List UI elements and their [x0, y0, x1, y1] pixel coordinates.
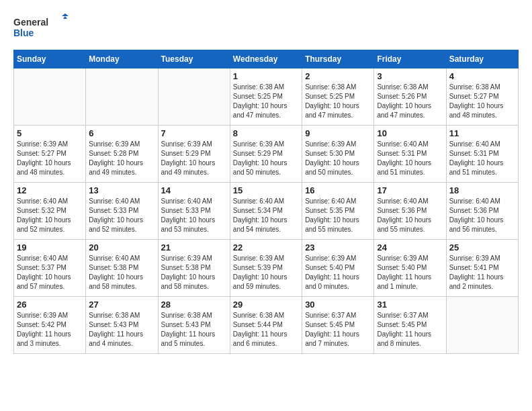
day-number: 8 — [233, 128, 299, 138]
day-number: 31 — [377, 300, 443, 310]
calendar-cell: 5Sunrise: 6:39 AM Sunset: 5:27 PM Daylig… — [14, 126, 86, 183]
week-row-3: 12Sunrise: 6:40 AM Sunset: 5:32 PM Dayli… — [14, 183, 519, 240]
day-info: Sunrise: 6:40 AM Sunset: 5:38 PM Dayligh… — [89, 254, 154, 291]
day-info: Sunrise: 6:39 AM Sunset: 5:40 PM Dayligh… — [377, 254, 443, 291]
day-info: Sunrise: 6:40 AM Sunset: 5:36 PM Dayligh… — [449, 197, 515, 234]
calendar-cell: 8Sunrise: 6:39 AM Sunset: 5:29 PM Daylig… — [230, 126, 302, 183]
calendar-cell: 1Sunrise: 6:38 AM Sunset: 5:25 PM Daylig… — [230, 68, 302, 126]
calendar-cell: 24Sunrise: 6:39 AM Sunset: 5:40 PM Dayli… — [374, 240, 446, 297]
calendar-cell: 28Sunrise: 6:38 AM Sunset: 5:43 PM Dayli… — [158, 297, 230, 354]
calendar-cell: 18Sunrise: 6:40 AM Sunset: 5:36 PM Dayli… — [446, 183, 518, 240]
day-info: Sunrise: 6:37 AM Sunset: 5:45 PM Dayligh… — [377, 311, 443, 349]
weekday-header-saturday: Saturday — [446, 50, 518, 68]
generalblue-logo: General Blue — [13, 13, 74, 40]
day-number: 9 — [305, 128, 371, 138]
calendar-cell: 17Sunrise: 6:40 AM Sunset: 5:36 PM Dayli… — [374, 183, 446, 240]
day-info: Sunrise: 6:38 AM Sunset: 5:43 PM Dayligh… — [89, 311, 154, 349]
calendar-cell: 13Sunrise: 6:40 AM Sunset: 5:33 PM Dayli… — [86, 183, 158, 240]
day-number: 18 — [449, 185, 515, 195]
calendar-cell — [86, 68, 158, 126]
day-number: 25 — [449, 242, 515, 253]
day-info: Sunrise: 6:40 AM Sunset: 5:31 PM Dayligh… — [377, 140, 443, 177]
weekday-header-thursday: Thursday — [302, 50, 374, 68]
svg-text:Blue: Blue — [13, 28, 34, 38]
calendar-cell: 7Sunrise: 6:39 AM Sunset: 5:29 PM Daylig… — [158, 126, 230, 183]
day-number: 19 — [17, 242, 83, 253]
calendar-cell: 29Sunrise: 6:38 AM Sunset: 5:44 PM Dayli… — [230, 297, 302, 354]
day-number: 22 — [233, 242, 299, 253]
day-number: 4 — [449, 71, 515, 81]
calendar-cell: 23Sunrise: 6:39 AM Sunset: 5:40 PM Dayli… — [302, 240, 374, 297]
calendar-cell: 21Sunrise: 6:39 AM Sunset: 5:38 PM Dayli… — [158, 240, 230, 297]
calendar-cell: 9Sunrise: 6:39 AM Sunset: 5:30 PM Daylig… — [302, 126, 374, 183]
day-number: 17 — [377, 185, 443, 195]
day-number: 5 — [17, 128, 83, 138]
logo-text-block: General Blue — [13, 13, 74, 43]
weekday-header-monday: Monday — [86, 50, 158, 68]
day-info: Sunrise: 6:39 AM Sunset: 5:27 PM Dayligh… — [17, 140, 83, 177]
week-row-4: 19Sunrise: 6:40 AM Sunset: 5:37 PM Dayli… — [14, 240, 519, 297]
day-info: Sunrise: 6:40 AM Sunset: 5:31 PM Dayligh… — [449, 140, 515, 177]
calendar-cell: 20Sunrise: 6:40 AM Sunset: 5:38 PM Dayli… — [86, 240, 158, 297]
day-info: Sunrise: 6:39 AM Sunset: 5:29 PM Dayligh… — [161, 140, 227, 177]
day-number: 10 — [377, 128, 443, 138]
day-info: Sunrise: 6:38 AM Sunset: 5:44 PM Dayligh… — [233, 311, 299, 349]
calendar-cell: 4Sunrise: 6:38 AM Sunset: 5:27 PM Daylig… — [446, 68, 518, 126]
calendar-cell: 2Sunrise: 6:38 AM Sunset: 5:25 PM Daylig… — [302, 68, 374, 126]
day-number: 1 — [233, 71, 299, 81]
calendar-cell: 16Sunrise: 6:40 AM Sunset: 5:35 PM Dayli… — [302, 183, 374, 240]
day-number: 21 — [161, 242, 227, 253]
day-number: 27 — [89, 300, 154, 310]
calendar-cell — [14, 68, 86, 126]
calendar-table: SundayMondayTuesdayWednesdayThursdayFrid… — [13, 50, 519, 354]
day-number: 6 — [89, 128, 154, 138]
calendar-cell: 31Sunrise: 6:37 AM Sunset: 5:45 PM Dayli… — [374, 297, 446, 354]
day-number: 20 — [89, 242, 154, 253]
day-info: Sunrise: 6:39 AM Sunset: 5:29 PM Dayligh… — [233, 140, 299, 177]
calendar-cell: 6Sunrise: 6:39 AM Sunset: 5:28 PM Daylig… — [86, 126, 158, 183]
week-row-1: 1Sunrise: 6:38 AM Sunset: 5:25 PM Daylig… — [14, 68, 519, 126]
day-info: Sunrise: 6:40 AM Sunset: 5:37 PM Dayligh… — [17, 254, 83, 291]
logo: General Blue — [13, 13, 74, 43]
calendar-cell: 11Sunrise: 6:40 AM Sunset: 5:31 PM Dayli… — [446, 126, 518, 183]
day-info: Sunrise: 6:40 AM Sunset: 5:34 PM Dayligh… — [233, 197, 299, 234]
week-row-5: 26Sunrise: 6:39 AM Sunset: 5:42 PM Dayli… — [14, 297, 519, 354]
calendar-cell: 19Sunrise: 6:40 AM Sunset: 5:37 PM Dayli… — [14, 240, 86, 297]
day-number: 29 — [233, 300, 299, 310]
calendar-cell: 26Sunrise: 6:39 AM Sunset: 5:42 PM Dayli… — [14, 297, 86, 354]
day-info: Sunrise: 6:39 AM Sunset: 5:30 PM Dayligh… — [305, 140, 371, 177]
day-info: Sunrise: 6:40 AM Sunset: 5:33 PM Dayligh… — [161, 197, 227, 234]
calendar-cell — [446, 297, 518, 354]
day-number: 13 — [89, 185, 154, 195]
weekday-header-tuesday: Tuesday — [158, 50, 230, 68]
calendar-cell — [158, 68, 230, 126]
weekday-header-sunday: Sunday — [14, 50, 86, 68]
day-info: Sunrise: 6:40 AM Sunset: 5:35 PM Dayligh… — [305, 197, 371, 234]
weekday-header-friday: Friday — [374, 50, 446, 68]
calendar-cell: 30Sunrise: 6:37 AM Sunset: 5:45 PM Dayli… — [302, 297, 374, 354]
day-number: 11 — [449, 128, 515, 138]
day-info: Sunrise: 6:38 AM Sunset: 5:25 PM Dayligh… — [305, 83, 371, 120]
day-number: 16 — [305, 185, 371, 195]
calendar-cell: 27Sunrise: 6:38 AM Sunset: 5:43 PM Dayli… — [86, 297, 158, 354]
svg-marker-2 — [62, 13, 69, 16]
day-info: Sunrise: 6:39 AM Sunset: 5:41 PM Dayligh… — [449, 254, 515, 291]
day-number: 30 — [305, 300, 371, 310]
day-number: 23 — [305, 242, 371, 253]
calendar-cell: 10Sunrise: 6:40 AM Sunset: 5:31 PM Dayli… — [374, 126, 446, 183]
day-info: Sunrise: 6:38 AM Sunset: 5:25 PM Dayligh… — [233, 83, 299, 120]
day-number: 2 — [305, 71, 371, 81]
page-header: General Blue — [13, 13, 519, 43]
day-info: Sunrise: 6:39 AM Sunset: 5:40 PM Dayligh… — [305, 254, 371, 291]
day-number: 15 — [233, 185, 299, 195]
week-row-2: 5Sunrise: 6:39 AM Sunset: 5:27 PM Daylig… — [14, 126, 519, 183]
calendar-cell: 22Sunrise: 6:39 AM Sunset: 5:39 PM Dayli… — [230, 240, 302, 297]
day-info: Sunrise: 6:39 AM Sunset: 5:28 PM Dayligh… — [89, 140, 154, 177]
day-info: Sunrise: 6:39 AM Sunset: 5:39 PM Dayligh… — [233, 254, 299, 291]
day-info: Sunrise: 6:39 AM Sunset: 5:42 PM Dayligh… — [17, 311, 83, 349]
day-info: Sunrise: 6:38 AM Sunset: 5:26 PM Dayligh… — [377, 83, 443, 120]
day-info: Sunrise: 6:39 AM Sunset: 5:38 PM Dayligh… — [161, 254, 227, 291]
day-info: Sunrise: 6:38 AM Sunset: 5:27 PM Dayligh… — [449, 83, 515, 120]
day-number: 24 — [377, 242, 443, 253]
svg-text:General: General — [13, 17, 48, 28]
